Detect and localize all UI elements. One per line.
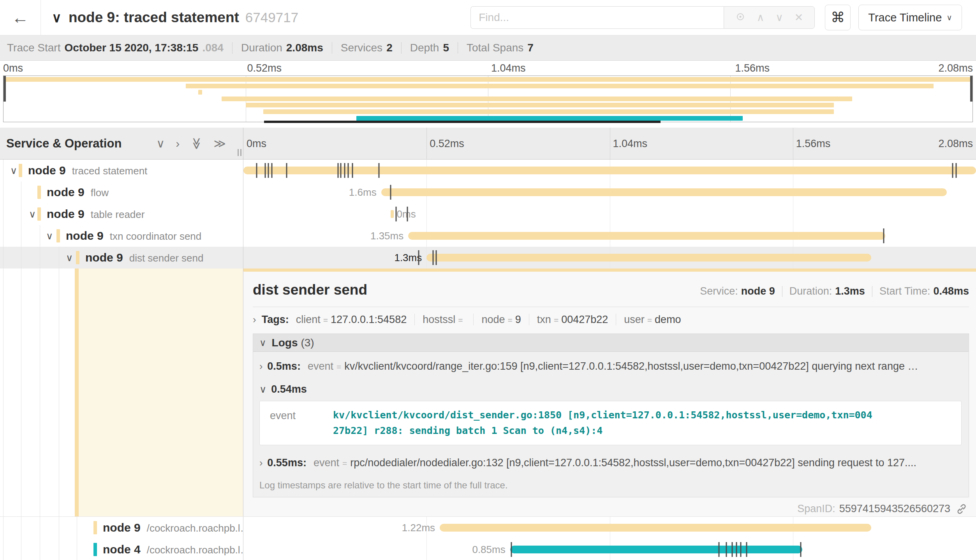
span-row[interactable]: ∨node 9txn coordinator send1.35ms	[0, 225, 976, 247]
timeline-gridline	[793, 128, 793, 159]
deep-link-icon[interactable]	[956, 503, 967, 515]
chevron-right-icon: ›	[259, 361, 262, 372]
log-timestamp: 0.5ms:	[267, 360, 301, 372]
span-duration-label: 0ms	[397, 203, 416, 225]
operation-name: /cockroach.roachpb.l…	[147, 544, 243, 556]
indent-guide	[21, 539, 21, 560]
minimap-axis: 0ms0.52ms1.04ms1.56ms2.08ms	[0, 62, 976, 75]
tag-item: node=9	[481, 314, 521, 326]
minimap-span-bar	[186, 84, 934, 88]
span-row[interactable]: node 9flow1.6ms	[0, 181, 976, 203]
collapse-one-icon[interactable]: ∨	[156, 138, 165, 149]
trace-view-select[interactable]: Trace Timeline ∨	[858, 5, 962, 30]
span-bar[interactable]	[243, 167, 976, 174]
tag-separator	[473, 314, 474, 325]
span-row[interactable]: node 9/cockroach.roachpb.l…1.22ms	[0, 517, 976, 539]
span-bar[interactable]	[440, 524, 871, 532]
log-marker-tick	[731, 542, 733, 557]
span-bar[interactable]	[426, 254, 871, 262]
span-tree-cell[interactable]: ∨node 9table reader	[0, 203, 243, 225]
span-bar[interactable]	[510, 546, 803, 553]
logs-footer-note: Log timestamps are relative to the start…	[253, 476, 969, 497]
find-controls: ∧ ∨ ✕	[724, 6, 815, 29]
page-title: node 9: traced statement	[69, 9, 239, 26]
duration-meta-value: 1.3ms	[835, 285, 865, 297]
find-clear-icon[interactable]: ✕	[795, 12, 803, 23]
span-tree-cell[interactable]: node 4/cockroach.roachpb.l…	[0, 539, 243, 560]
minimap-scrubber-right[interactable]	[970, 76, 972, 102]
minimap-span-bar	[263, 109, 834, 114]
span-tree-cell[interactable]: ∨node 9traced statement	[0, 160, 243, 181]
chevron-down-icon[interactable]: ∨	[29, 203, 36, 225]
chevron-down-icon[interactable]: ∨	[46, 225, 53, 247]
logs-block: ∨ Logs (3) › 0.5ms: event = kv/kvclient/…	[253, 334, 969, 497]
tag-key: client	[296, 314, 321, 326]
span-timeline-cell[interactable]: 1.6ms	[243, 181, 976, 203]
log-equals: =	[336, 362, 341, 372]
span-tree-cell[interactable]: ∨node 9dist sender send	[0, 247, 243, 269]
span-timeline-cell[interactable]: 1.3ms	[243, 247, 976, 269]
span-bar[interactable]	[408, 232, 885, 240]
find-input[interactable]	[470, 6, 724, 29]
tag-equals: =	[554, 316, 558, 325]
title-collapse-chevron-icon[interactable]: ∨	[52, 10, 62, 25]
logs-accordion-toggle[interactable]: ∨ Logs (3)	[253, 334, 969, 352]
chevron-down-icon[interactable]: ∨	[66, 247, 73, 269]
back-button[interactable]: ←	[0, 0, 41, 35]
minimap-scrubber-left[interactable]	[4, 76, 6, 102]
span-bar[interactable]	[391, 210, 394, 218]
services-value: 2	[386, 42, 393, 54]
span-row[interactable]: ∨node 9table reader0ms	[0, 203, 976, 225]
span-row[interactable]: node 4/cockroach.roachpb.l…0.85ms	[0, 539, 976, 560]
log-marker-tick	[718, 542, 719, 557]
span-timeline-cell[interactable]	[243, 160, 976, 181]
log-entry-toggle[interactable]: ∨ 0.54ms	[253, 379, 969, 395]
minimap-canvas[interactable]	[3, 75, 973, 122]
span-timeline-cell[interactable]: 1.22ms	[243, 517, 976, 539]
log-entry-toggle[interactable]: › 0.55ms: event = rpc/nodedialer/nodedia…	[253, 451, 969, 476]
span-row[interactable]: ∨node 9dist sender send1.3ms	[0, 247, 976, 269]
expand-one-icon[interactable]: ›	[176, 138, 180, 149]
tag-value: 00427b22	[561, 314, 608, 326]
service-name: node 9	[28, 164, 66, 177]
operation-name: txn coordinator send	[110, 230, 202, 242]
log-event-detail-box: event kv/kvclient/kvcoord/dist_sender.go…	[259, 401, 962, 445]
span-timeline-cell[interactable]: 1.35ms	[243, 225, 976, 247]
tag-key: hostssl	[423, 314, 455, 326]
depth-label: Depth	[410, 42, 439, 54]
span-duration-label: 1.22ms	[402, 517, 435, 539]
minimap-span-bar	[4, 77, 972, 82]
span-timeline-cell[interactable]: 0ms	[243, 203, 976, 225]
expand-all-icon[interactable]: ≫	[214, 138, 226, 149]
tags-accordion-toggle[interactable]: › Tags: client=127.0.0.1:54582hostssl=no…	[253, 310, 969, 329]
indent-guide	[21, 517, 21, 539]
keyboard-shortcuts-button[interactable]: ⌘	[825, 5, 851, 30]
chevron-down-icon[interactable]: ∨	[10, 160, 17, 181]
find-next-icon[interactable]: ∨	[775, 12, 783, 23]
chevron-down-icon: ∨	[259, 384, 266, 395]
column-resizer[interactable]	[238, 149, 241, 156]
log-entry-toggle[interactable]: › 0.5ms: event = kv/kvclient/kvcoord/ran…	[253, 352, 969, 379]
span-tree-cell[interactable]: node 9flow	[0, 181, 243, 203]
span-row-text: node 9dist sender send	[85, 247, 203, 269]
collapse-all-icon[interactable]: ≫	[191, 137, 203, 149]
service-color-chip	[76, 251, 79, 264]
tag-key: user	[624, 314, 645, 326]
span-detail-tree-column	[0, 269, 243, 516]
find-prev-icon[interactable]: ∧	[757, 12, 765, 23]
span-row[interactable]: ∨node 9traced statement	[0, 160, 976, 181]
span-tree-cell[interactable]: node 9/cockroach.roachpb.l…	[0, 517, 243, 539]
log-marker-tick	[740, 542, 742, 557]
locate-icon[interactable]	[735, 12, 745, 24]
top-bar: ← ∨ node 9: traced statement 6749717 ∧ ∨…	[0, 0, 976, 35]
log-marker-tick	[265, 163, 266, 178]
span-tree-cell[interactable]: ∨node 9txn coordinator send	[0, 225, 243, 247]
tag-equals: =	[508, 316, 513, 325]
span-bar[interactable]	[381, 188, 947, 196]
trace-info-bar: Trace Start October 15 2020, 17:38:15 .0…	[0, 35, 976, 61]
indent-guide	[40, 225, 40, 247]
tag-value: 127.0.0.1:54582	[331, 314, 407, 326]
log-value: rpc/nodedialer/nodedialer.go:132 [n9,cli…	[350, 457, 962, 469]
span-timeline-cell[interactable]: 0.85ms	[243, 539, 976, 560]
span-id-row: SpanID: 5597415943526560273	[253, 503, 969, 515]
